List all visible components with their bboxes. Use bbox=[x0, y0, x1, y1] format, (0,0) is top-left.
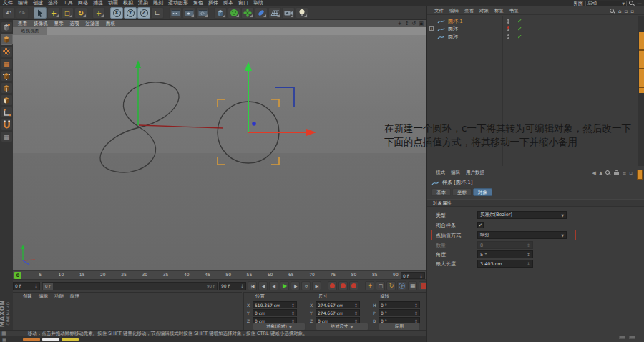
panel-icon[interactable]: ▫ bbox=[629, 170, 633, 176]
menubar-item[interactable]: 角色 bbox=[193, 0, 203, 6]
size-y-field[interactable]: 274.667 cm↕ bbox=[316, 309, 360, 316]
search-icon[interactable] bbox=[610, 9, 615, 14]
polygons-mode-button[interactable] bbox=[1, 94, 13, 106]
ruler-tick[interactable]: 50 bbox=[225, 272, 232, 277]
figure8-x-axis[interactable] bbox=[139, 125, 223, 128]
primitive-cube-button[interactable] bbox=[214, 7, 227, 19]
previous-frame-button[interactable]: ◀| bbox=[269, 281, 278, 290]
menubar-item[interactable]: 雕刻 bbox=[153, 0, 163, 6]
undo-button[interactable]: ↶ bbox=[2, 7, 15, 19]
visibility-dots[interactable] bbox=[507, 34, 509, 39]
stepper-icon[interactable]: ↕ bbox=[291, 303, 295, 308]
render-settings-button[interactable] bbox=[196, 7, 209, 19]
ruler-tick[interactable]: 30 bbox=[141, 272, 148, 277]
ruler-tick[interactable]: 25 bbox=[120, 272, 127, 277]
rotate-view-icon[interactable]: ↺ bbox=[412, 21, 416, 26]
menubar-item[interactable]: 渲染 bbox=[138, 0, 148, 6]
viewport-menu-item[interactable]: 查看 bbox=[18, 21, 27, 27]
keyframe-pla-toggle[interactable]: ▦ bbox=[408, 281, 417, 290]
stepper-icon[interactable]: ↕ bbox=[527, 261, 530, 266]
object-name[interactable]: 圆环.1 bbox=[448, 18, 463, 25]
rotation-p-field[interactable]: 0 °↕ bbox=[379, 309, 420, 316]
gizmo-plane-handle[interactable] bbox=[275, 87, 294, 107]
tab-coordinates[interactable]: 坐标 bbox=[452, 188, 472, 196]
minimize-icon[interactable]: — bbox=[637, 1, 642, 6]
attr-menu-item[interactable]: 模式 bbox=[436, 170, 445, 176]
ruler-tick[interactable]: 45 bbox=[204, 272, 211, 277]
snap-toggle-button[interactable] bbox=[1, 119, 13, 130]
om-menu-item[interactable]: 文件 bbox=[434, 8, 444, 14]
model-mode-button[interactable] bbox=[1, 34, 13, 45]
tab-object[interactable]: 对象 bbox=[473, 188, 492, 196]
menubar-item[interactable]: 运动图形 bbox=[168, 0, 188, 6]
ruler-tick[interactable]: 40 bbox=[183, 272, 190, 277]
object-row[interactable]: + 圆环 ✓ bbox=[427, 25, 644, 33]
stepper-icon[interactable]: ↕ bbox=[527, 252, 530, 257]
search-icon[interactable] bbox=[629, 1, 635, 6]
last-used-tool[interactable]: + bbox=[92, 7, 105, 19]
goto-start-button[interactable]: |◀ bbox=[248, 281, 257, 290]
om-menu-item[interactable]: 书签 bbox=[509, 8, 519, 14]
stepper-icon[interactable]: ↕ bbox=[240, 283, 244, 288]
perspective-viewport[interactable]: 透视视图 bbox=[13, 27, 426, 270]
range-slider-end[interactable]: 90 F bbox=[207, 283, 215, 290]
ruler-tick[interactable]: 65 bbox=[288, 272, 295, 277]
subdivision-surface-button[interactable] bbox=[228, 7, 240, 19]
rotation-h-field[interactable]: 0 °↕ bbox=[379, 301, 420, 308]
expand-icon[interactable]: + bbox=[429, 26, 434, 31]
object-properties-section[interactable]: 对象属性 bbox=[427, 199, 644, 207]
zoom-view-icon[interactable]: ↕ bbox=[405, 21, 409, 26]
color-swatch[interactable] bbox=[23, 338, 40, 341]
current-frame-field[interactable]: 0 F ↕ bbox=[401, 272, 425, 279]
ruler-tick[interactable]: 35 bbox=[162, 272, 170, 277]
ruler-tick[interactable]: 10 bbox=[57, 272, 64, 277]
gizmo-z-handle[interactable] bbox=[252, 122, 256, 126]
mograph-button[interactable] bbox=[241, 7, 254, 19]
range-slider-start[interactable]: 0 F bbox=[43, 283, 53, 290]
interpolation-select[interactable]: 细分 ▼ bbox=[477, 231, 567, 239]
lock-y-button[interactable]: Y bbox=[124, 7, 137, 19]
enabled-check-icon[interactable]: ✓ bbox=[517, 34, 522, 40]
object-row[interactable]: 圆环 ✓ bbox=[427, 33, 644, 41]
menubar-item[interactable]: 选择 bbox=[48, 0, 58, 6]
attr-menu-item[interactable]: 编辑 bbox=[451, 170, 460, 176]
material-menu-item[interactable]: 编辑 bbox=[39, 293, 48, 300]
visibility-dots[interactable] bbox=[507, 19, 509, 24]
goto-end-button[interactable]: ▶| bbox=[312, 281, 321, 290]
enabled-check-icon[interactable]: ✓ bbox=[517, 18, 522, 24]
timeline-playhead[interactable]: 0 bbox=[14, 272, 21, 279]
object-name[interactable]: 圆环 bbox=[448, 34, 458, 41]
menubar-item[interactable]: 文件 bbox=[3, 0, 13, 6]
menubar-item[interactable]: 窗口 bbox=[238, 0, 248, 6]
viewport-menu-item[interactable]: 面板 bbox=[106, 21, 115, 27]
play-button[interactable]: ▶ bbox=[280, 281, 289, 290]
up-icon[interactable]: ▲ bbox=[599, 170, 602, 176]
stepper-icon[interactable]: ↕ bbox=[414, 311, 418, 316]
ruler-tick[interactable]: 5 bbox=[36, 272, 44, 277]
stepper-icon[interactable]: ↕ bbox=[354, 303, 358, 308]
count-field[interactable]: 8 ↕ bbox=[477, 241, 533, 249]
light-button[interactable] bbox=[296, 7, 308, 19]
viewport-menu-item[interactable]: 过滤器 bbox=[86, 21, 100, 27]
points-mode-button[interactable] bbox=[1, 70, 13, 82]
panel-icon[interactable]: ▫ bbox=[625, 9, 628, 14]
visibility-dots[interactable] bbox=[507, 26, 509, 31]
om-menu-item[interactable]: 标签 bbox=[494, 8, 504, 14]
attr-side-tab[interactable] bbox=[637, 170, 643, 180]
lock-z-button[interactable]: Z bbox=[137, 7, 150, 19]
home-icon[interactable]: ⌂ bbox=[618, 9, 621, 14]
ruler-tick[interactable]: 80 bbox=[351, 272, 358, 277]
stepper-icon[interactable]: ↕ bbox=[34, 283, 38, 288]
range-start-field[interactable]: 0 F ↕ bbox=[13, 282, 40, 290]
viewport-menu-item[interactable]: 显示 bbox=[54, 21, 64, 27]
ruler-tick[interactable]: 90 bbox=[392, 272, 399, 277]
play-backward-button[interactable]: ◀ bbox=[258, 281, 268, 290]
tab-basic[interactable]: 基本 bbox=[431, 188, 451, 196]
move-tool[interactable]: + bbox=[47, 7, 60, 19]
menubar-item[interactable]: 动画 bbox=[108, 0, 118, 6]
color-swatch[interactable] bbox=[42, 338, 59, 341]
max-length-field[interactable]: 3.403 cm ↕ bbox=[477, 260, 533, 268]
camera-button[interactable] bbox=[282, 7, 295, 19]
ruler-tick[interactable]: 15 bbox=[79, 272, 86, 277]
enabled-check-icon[interactable]: ✓ bbox=[517, 26, 522, 32]
